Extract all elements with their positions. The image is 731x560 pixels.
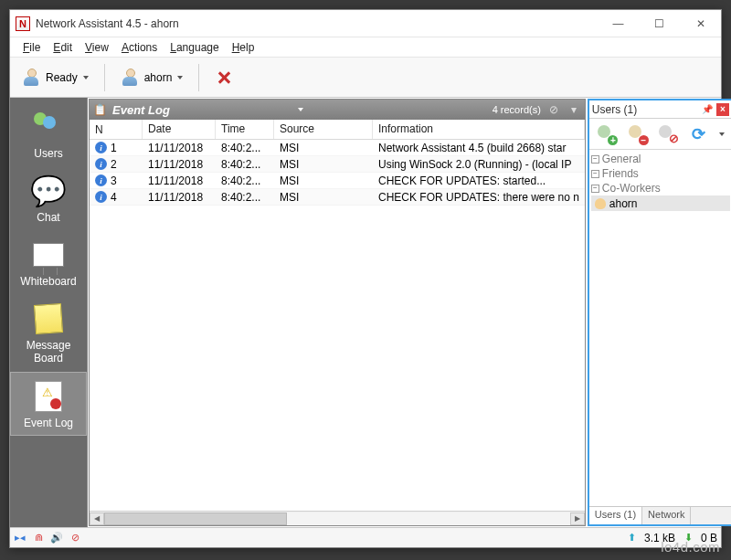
info-icon: i [95, 142, 107, 153]
panel-close-button[interactable]: × [716, 103, 729, 116]
cell-date: 11/11/2018 [143, 190, 216, 205]
sidebar: Users 💬 Chat Whiteboard Message Board Ev… [10, 98, 87, 527]
cell-date: 11/11/2018 [143, 174, 216, 188]
event-log-table: N Date Time Source Information i 111/11/… [90, 120, 585, 511]
collapse-icon[interactable]: − [591, 185, 599, 193]
column-source[interactable]: Source [274, 120, 373, 139]
user-dropdown[interactable]: ahorn [114, 63, 190, 92]
users-panel-tabs: Users (1) Network [589, 506, 731, 524]
sidebar-item-users[interactable]: Users [10, 103, 87, 165]
table-row[interactable]: i 311/11/20188:40:2...MSICHECK FOR UPDAT… [90, 173, 585, 189]
group-label: Friends [602, 167, 639, 180]
sidebar-item-event-log[interactable]: Event Log [10, 372, 87, 436]
menu-view[interactable]: View [81, 39, 112, 56]
table-header: N Date Time Source Information [90, 120, 585, 140]
chevron-down-icon[interactable] [719, 132, 725, 136]
refresh-button[interactable]: ⟳ [687, 123, 709, 145]
column-information[interactable]: Information [373, 120, 585, 139]
cell-info: CHECK FOR UPDATES: started... [373, 174, 585, 188]
sidebar-item-label: Users [34, 147, 62, 160]
titlebar: N Network Assistant 4.5 - ahorn — ☐ ✕ [10, 10, 721, 37]
info-icon: i [95, 174, 107, 186]
status-icon-1[interactable]: ▸◂ [14, 532, 26, 544]
sidebar-item-message-board[interactable]: Message Board [10, 295, 87, 370]
pin-icon[interactable]: 📌 [702, 104, 713, 114]
collapse-icon[interactable]: − [591, 155, 599, 164]
tree-user-item[interactable]: ahorn [591, 195, 730, 211]
tree-group-friends[interactable]: − Friends [591, 166, 730, 181]
cell-n: i 3 [90, 174, 143, 188]
cell-time: 8:40:2... [216, 174, 274, 188]
status-icon-2[interactable]: ⋒ [32, 532, 45, 544]
toolbar: Ready ahorn [10, 58, 721, 98]
scroll-track[interactable] [104, 512, 570, 525]
event-log-icon [30, 378, 67, 415]
tab-users[interactable]: Users (1) [589, 507, 642, 524]
clear-button[interactable]: ⊘ [546, 102, 561, 117]
separator [198, 64, 199, 91]
menu-file[interactable]: File [19, 39, 44, 56]
collapse-icon[interactable]: − [591, 170, 599, 178]
status-dropdown[interactable]: Ready [16, 63, 95, 92]
scroll-thumb[interactable] [104, 512, 287, 525]
table-row[interactable]: i 411/11/20188:40:2...MSICHECK FOR UPDAT… [90, 189, 585, 206]
users-panel-title: Users (1) [592, 103, 698, 116]
column-n[interactable]: N [90, 120, 143, 139]
table-body: i 111/11/20188:40:2...MSINetwork Assista… [90, 140, 585, 511]
traffic-down: ⬇ 0 B [683, 532, 717, 544]
block-user-button[interactable] [657, 123, 679, 145]
separator [104, 64, 105, 91]
menu-help[interactable]: Help [228, 39, 259, 56]
chevron-down-icon [177, 76, 183, 79]
status-icon-4[interactable]: ⊘ [69, 532, 81, 544]
panel-title: Event Log [112, 103, 291, 117]
status-icons: ▸◂ ⋒ 🔊 ⊘ [14, 532, 81, 544]
horizontal-scrollbar[interactable]: ◀ ▶ [90, 511, 585, 525]
upload-icon: ⬆ [626, 532, 639, 544]
sidebar-item-label: Event Log [24, 417, 73, 429]
tree-group-general[interactable]: − General [591, 152, 730, 166]
table-row[interactable]: i 111/11/20188:40:2...MSINetwork Assista… [90, 140, 585, 156]
cell-source: MSI [274, 174, 373, 188]
body-area: Users 💬 Chat Whiteboard Message Board Ev… [10, 98, 721, 527]
column-time[interactable]: Time [216, 120, 274, 139]
menu-language[interactable]: Language [166, 39, 222, 56]
menubar: File Edit View Actions Language Help [10, 37, 721, 58]
panel-header: 📋 Event Log 4 record(s) ⊘ ▾ [90, 100, 585, 120]
app-window: N Network Assistant 4.5 - ahorn — ☐ ✕ Fi… [9, 9, 722, 548]
chevron-down-icon[interactable] [298, 108, 303, 111]
minimize-button[interactable]: — [598, 11, 639, 37]
sidebar-item-whiteboard[interactable]: Whiteboard [10, 231, 87, 293]
menu-actions[interactable]: Actions [118, 39, 161, 56]
download-value: 0 B [701, 532, 717, 544]
user-name: ahorn [609, 197, 638, 210]
users-icon [30, 109, 67, 145]
statusbar: ▸◂ ⋒ 🔊 ⊘ ⬆ 3.1 kB ⬇ 0 B [10, 527, 721, 547]
table-row[interactable]: i 211/11/20188:40:2...MSIUsing WinSock 2… [90, 156, 585, 173]
cell-source: MSI [274, 190, 373, 205]
column-date[interactable]: Date [143, 120, 216, 139]
chat-icon: 💬 [30, 173, 67, 209]
sidebar-item-chat[interactable]: 💬 Chat [10, 167, 87, 229]
scroll-left-button[interactable]: ◀ [90, 512, 104, 525]
sidebar-item-label: Chat [37, 211, 59, 224]
tree-group-coworkers[interactable]: − Co-Workers [591, 181, 730, 195]
tab-network[interactable]: Network [642, 507, 691, 524]
delete-button[interactable] [208, 64, 239, 91]
info-icon: i [95, 158, 107, 170]
add-user-button[interactable] [596, 123, 618, 145]
app-icon: N [16, 16, 30, 31]
scroll-right-button[interactable]: ▶ [570, 512, 585, 525]
close-button[interactable]: ✕ [680, 11, 721, 37]
info-icon: i [95, 191, 107, 203]
panel-menu-button[interactable]: ▾ [567, 102, 581, 117]
cell-date: 11/11/2018 [143, 157, 216, 172]
users-panel: Users (1) 📌 × ⟳ − General [588, 99, 731, 526]
maximize-button[interactable]: ☐ [639, 11, 680, 37]
status-icon-3[interactable]: 🔊 [50, 532, 63, 544]
remove-user-button[interactable] [627, 123, 649, 145]
users-tree: − General − Friends − Co-Workers ahorn [589, 150, 731, 506]
status-label: Ready [46, 71, 78, 84]
whiteboard-icon [30, 237, 67, 273]
menu-edit[interactable]: Edit [49, 39, 76, 56]
